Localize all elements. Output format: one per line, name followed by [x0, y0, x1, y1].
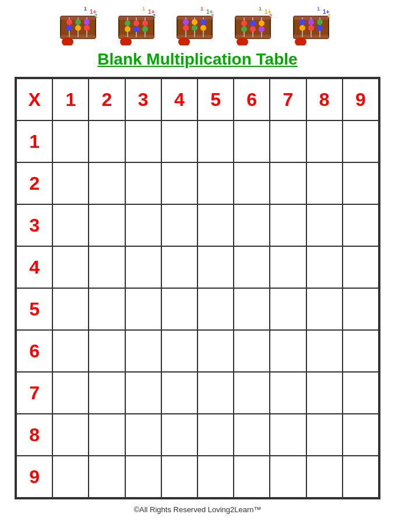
- cell-4-8[interactable]: [306, 246, 343, 288]
- cell-1-2[interactable]: [89, 120, 125, 162]
- cell-5-6[interactable]: [234, 288, 270, 330]
- cell-8-5[interactable]: [198, 414, 234, 456]
- cell-7-5[interactable]: [198, 372, 234, 414]
- svg-point-24: [125, 26, 131, 32]
- cell-9-3[interactable]: [125, 456, 161, 498]
- cell-5-1[interactable]: [52, 288, 89, 330]
- cell-7-4[interactable]: [161, 372, 198, 414]
- cell-8-2[interactable]: [89, 414, 125, 456]
- cell-6-1[interactable]: [52, 330, 89, 372]
- cell-6-8[interactable]: [306, 330, 343, 372]
- cell-5-7[interactable]: [270, 288, 306, 330]
- cell-3-3[interactable]: [125, 204, 161, 246]
- cell-6-5[interactable]: [198, 330, 234, 372]
- cell-6-2[interactable]: [89, 330, 125, 372]
- cell-2-4[interactable]: [161, 162, 198, 204]
- svg-point-27: [142, 20, 148, 26]
- cell-1-3[interactable]: [125, 120, 161, 162]
- abacus-icon: 1+ 1 2: [171, 6, 224, 45]
- cell-4-5[interactable]: [198, 246, 234, 288]
- cell-5-5[interactable]: [198, 288, 234, 330]
- cell-7-9[interactable]: [343, 372, 379, 414]
- svg-point-60: [250, 26, 256, 32]
- row-header-9: 9: [16, 456, 52, 498]
- cell-4-6[interactable]: [234, 246, 270, 288]
- cell-4-3[interactable]: [125, 246, 161, 288]
- cell-5-9[interactable]: [343, 288, 379, 330]
- cell-1-5[interactable]: [198, 120, 234, 162]
- cell-6-9[interactable]: [343, 330, 379, 372]
- cell-8-8[interactable]: [306, 414, 343, 456]
- cell-4-9[interactable]: [343, 246, 379, 288]
- abacus-icon: 1+ 1 2: [113, 6, 165, 45]
- cell-6-7[interactable]: [270, 330, 306, 372]
- cell-9-5[interactable]: [198, 456, 234, 498]
- cell-4-2[interactable]: [89, 246, 125, 288]
- cell-2-1[interactable]: [52, 162, 89, 204]
- table-row: 3: [16, 204, 379, 246]
- svg-text:2: 2: [211, 13, 214, 19]
- cell-3-1[interactable]: [52, 204, 89, 246]
- cell-3-8[interactable]: [306, 204, 343, 246]
- cell-9-6[interactable]: [234, 456, 270, 498]
- svg-text:2: 2: [269, 13, 272, 19]
- cell-1-9[interactable]: [343, 120, 379, 162]
- cell-4-4[interactable]: [161, 246, 198, 288]
- cell-1-6[interactable]: [234, 120, 270, 162]
- cell-8-1[interactable]: [52, 414, 89, 456]
- cell-4-1[interactable]: [52, 246, 89, 288]
- cell-8-7[interactable]: [270, 414, 306, 456]
- cell-2-7[interactable]: [270, 162, 306, 204]
- svg-point-62: [259, 26, 264, 32]
- cell-5-4[interactable]: [161, 288, 198, 330]
- cell-8-3[interactable]: [125, 414, 161, 456]
- cell-1-1[interactable]: [52, 120, 89, 162]
- cell-8-9[interactable]: [343, 414, 379, 456]
- cell-7-6[interactable]: [234, 372, 270, 414]
- cell-9-8[interactable]: [306, 456, 343, 498]
- svg-point-59: [250, 20, 256, 26]
- cell-3-6[interactable]: [234, 204, 270, 246]
- cell-2-5[interactable]: [198, 162, 234, 204]
- cell-6-4[interactable]: [161, 330, 198, 372]
- cell-1-8[interactable]: [306, 120, 343, 162]
- cell-5-8[interactable]: [306, 288, 343, 330]
- cell-6-3[interactable]: [125, 330, 161, 372]
- cell-5-2[interactable]: [89, 288, 125, 330]
- cell-6-6[interactable]: [234, 330, 270, 372]
- cell-7-2[interactable]: [89, 372, 125, 414]
- cell-3-4[interactable]: [161, 204, 198, 246]
- cell-3-7[interactable]: [270, 204, 306, 246]
- cell-5-3[interactable]: [125, 288, 161, 330]
- cell-3-2[interactable]: [89, 204, 125, 246]
- cell-3-5[interactable]: [198, 204, 234, 246]
- cell-9-1[interactable]: [52, 456, 89, 498]
- table-row: 1: [16, 120, 379, 162]
- svg-point-42: [192, 19, 198, 25]
- cell-1-7[interactable]: [270, 120, 306, 162]
- row-header-6: 6: [16, 330, 52, 372]
- cell-9-4[interactable]: [161, 456, 198, 498]
- cell-7-7[interactable]: [270, 372, 306, 414]
- table-row: 6: [16, 330, 379, 372]
- svg-text:1: 1: [259, 6, 262, 12]
- cell-9-7[interactable]: [270, 456, 306, 498]
- cell-2-3[interactable]: [125, 162, 161, 204]
- cell-2-2[interactable]: [89, 162, 125, 204]
- cell-2-8[interactable]: [306, 162, 343, 204]
- cell-9-9[interactable]: [343, 456, 379, 498]
- cell-8-6[interactable]: [234, 414, 270, 456]
- cell-7-8[interactable]: [306, 372, 343, 414]
- table-row: 7: [16, 372, 379, 414]
- header-cell-3: 3: [125, 79, 161, 120]
- cell-8-4[interactable]: [161, 414, 198, 456]
- cell-2-6[interactable]: [234, 162, 270, 204]
- cell-1-4[interactable]: [161, 120, 198, 162]
- svg-point-45: [200, 25, 206, 31]
- cell-7-3[interactable]: [125, 372, 161, 414]
- cell-7-1[interactable]: [52, 372, 89, 414]
- cell-3-9[interactable]: [343, 204, 379, 246]
- cell-4-7[interactable]: [270, 246, 306, 288]
- cell-9-2[interactable]: [89, 456, 125, 498]
- cell-2-9[interactable]: [343, 162, 379, 204]
